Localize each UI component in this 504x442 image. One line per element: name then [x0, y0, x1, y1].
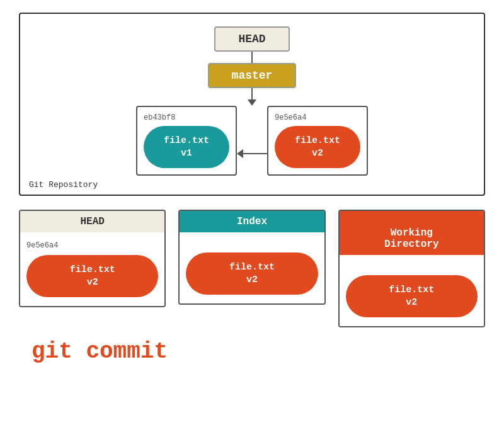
- bottom-head-body: 9e5e6a4 file.txt v2: [20, 232, 164, 306]
- old-commit-blob: file.txt v1: [144, 126, 229, 168]
- bottom-working-blob: file.txt v2: [346, 275, 478, 317]
- bottom-head-title: HEAD: [20, 211, 164, 232]
- bottom-head-hash: 9e5e6a4: [26, 241, 158, 250]
- bottom-head-box: HEAD 9e5e6a4 file.txt v2: [19, 210, 166, 307]
- new-commit-box: 9e5e6a4 file.txt v2: [267, 106, 368, 176]
- arrow-left-icon: [237, 149, 243, 158]
- master-box: master: [208, 63, 296, 88]
- arrow-line: [243, 153, 267, 154]
- bottom-index-box: Index file.txt v2: [178, 210, 325, 305]
- commits-wrapper: eb43bf8 file.txt v1 9e5e6a4 file.txt v2: [33, 106, 471, 176]
- git-repo-label: Git Repository: [29, 180, 98, 190]
- head-to-master-line: [251, 52, 253, 63]
- old-commit-box: eb43bf8 file.txt v1: [136, 106, 237, 176]
- new-commit-hash: 9e5e6a4: [275, 113, 360, 122]
- arrow-down-icon: [248, 99, 256, 106]
- bottom-index-title: Index: [180, 211, 324, 232]
- master-to-commit-line: [251, 88, 253, 99]
- bottom-working-body: file.txt v2: [340, 255, 484, 326]
- head-section: HEAD master: [33, 26, 471, 106]
- bottom-working-box: Working Directory file.txt v2: [338, 210, 485, 327]
- new-commit-blob: file.txt v2: [275, 126, 360, 168]
- head-box: HEAD: [214, 26, 290, 52]
- bottom-index-blob: file.txt v2: [186, 252, 318, 295]
- bottom-working-title: Working Directory: [340, 211, 484, 255]
- git-commit-label: git commit: [32, 339, 168, 365]
- bottom-head-blob: file.txt v2: [26, 255, 158, 297]
- head-label: HEAD: [238, 33, 265, 45]
- bottom-index-body: file.txt v2: [180, 232, 324, 303]
- bottom-section: HEAD 9e5e6a4 file.txt v2 Index file.txt …: [19, 210, 485, 327]
- master-label: master: [232, 69, 273, 82]
- git-repo-container: HEAD master eb43bf8 file.txt v1 9e5e6a4: [19, 13, 485, 196]
- old-commit-hash: eb43bf8: [144, 113, 229, 122]
- commit-arrow: [237, 149, 267, 158]
